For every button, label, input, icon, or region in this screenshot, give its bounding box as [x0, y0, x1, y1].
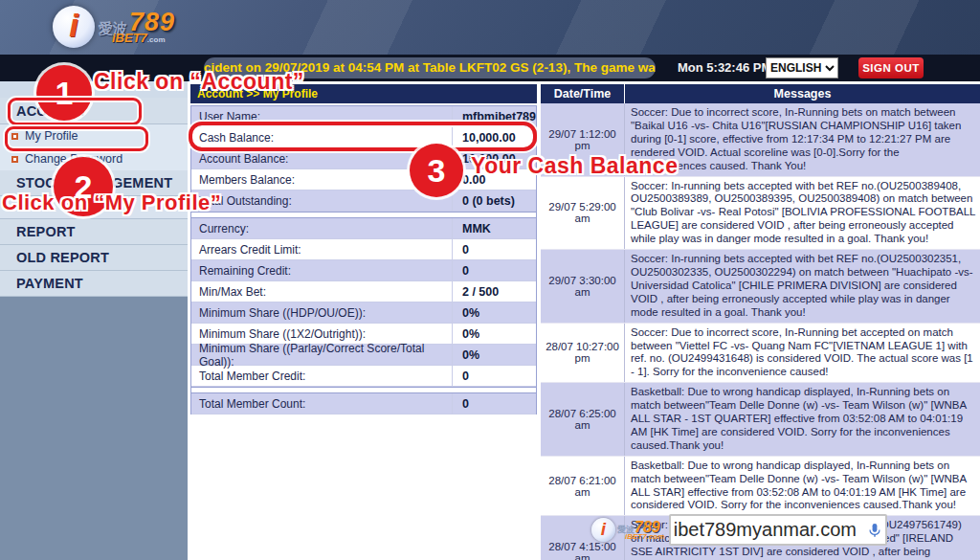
sign-out-button[interactable]: SIGN OUT — [858, 57, 924, 78]
message-datetime: 28/07 6:21:00 am — [541, 457, 625, 516]
step1-callout: Click on “Account” — [94, 69, 304, 95]
sidebar-item-label: REPORT — [16, 224, 76, 239]
account-highlight-box — [8, 98, 142, 125]
profile-row: Remaining Credit:0 — [191, 260, 536, 281]
profile-row-value: MMK — [452, 218, 536, 238]
sidebar-item-old-report[interactable]: OLD REPORT — [0, 245, 188, 271]
profile-group-gap — [191, 387, 536, 393]
profile-row-value: 0 — [452, 239, 536, 259]
profile-row-value: 0 (0 bets) — [452, 190, 536, 211]
message-datetime: 29/07 3:30:00 am — [541, 250, 625, 323]
profile-row: Arrears Credit Limit:0 — [191, 239, 536, 260]
message-row: 29/07 5:29:00 amSoccer: In-running bets … — [541, 177, 980, 251]
profile-row-label: Minimum Share ((Parlay/Correct Score/Tot… — [191, 342, 452, 369]
microphone-icon[interactable] — [866, 522, 883, 539]
profile-row-value: 0% — [452, 302, 536, 323]
page: i 愛波 789 iBET7.com cident on 29/07/2019 … — [0, 0, 980, 560]
profile-row-label: Currency: — [191, 222, 452, 235]
profile-row-label: Total Outstanding: — [191, 194, 452, 208]
watermark-search-box[interactable]: ibet789myanmar.com — [669, 514, 887, 546]
sidebar: ACCOUNTMy ProfileChange PasswordSTOCK MA… — [0, 81, 188, 560]
my-profile-highlight-box — [5, 126, 148, 151]
profile-row: Minimum Share ((Parlay/Correct Score/Tot… — [191, 345, 536, 366]
profile-row: Total Member Count:0 — [191, 393, 536, 414]
logo-ibet-text: iBET7 — [112, 31, 147, 45]
bullet-icon — [11, 156, 18, 163]
profile-row-value: 0 — [452, 260, 536, 280]
watermark-logo-i-icon: i — [591, 518, 615, 542]
message-text: Soccer: Due to incorrect score, In-Runni… — [625, 103, 980, 176]
clock: Mon 5:32:46 PM — [678, 60, 771, 75]
profile-table: User Name:mfbmibet789Cash Balance:10,000… — [190, 105, 537, 414]
profile-group-gap — [191, 212, 536, 218]
profile-row-label: Arrears Credit Limit: — [191, 243, 452, 257]
message-datetime: 29/07 5:29:00 am — [541, 177, 625, 250]
message-datetime: 28/07 10:27:00 pm — [541, 324, 625, 383]
language-select[interactable]: ENGLISH — [766, 57, 838, 78]
watermark-overlay: i 愛波789 iBET7.com ibet789myanmar.com — [591, 514, 887, 546]
message-text: Soccer: In-running bets accepted with be… — [625, 177, 980, 250]
message-row: 28/07 6:21:00 amBasketball: Due to wrong… — [541, 457, 980, 517]
message-text: Basketball: Due to wrong handicap displa… — [625, 383, 980, 456]
sidebar-item-label: PAYMENT — [16, 276, 83, 291]
profile-row-label: Total Member Count: — [191, 397, 452, 411]
profile-row-label: Minimum Share ((1X2/Outright)): — [191, 327, 452, 341]
step3-callout: Your Cash Balance — [471, 153, 678, 179]
profile-row: Total Member Credit:0 — [191, 366, 536, 387]
sidebar-item-payment[interactable]: PAYMENT — [0, 271, 188, 297]
profile-row: Total Outstanding:0 (0 bets) — [191, 190, 536, 212]
message-text: Soccer: Due to incorrect score, In-Runni… — [625, 324, 980, 383]
top-header: i 愛波 789 iBET7.com — [0, 0, 980, 55]
watermark-logo: i 愛波789 iBET7.com — [591, 518, 664, 542]
profile-row-value: 0% — [452, 324, 536, 344]
watermark-logo-ibet: iBET7.com — [617, 533, 664, 541]
step2-callout: Click on “My Profile” — [2, 190, 221, 215]
message-text: Soccer: In-running bets accepted with be… — [625, 250, 980, 323]
profile-row-label: Min/Max Bet: — [191, 285, 452, 299]
messages-column-header: Messages — [625, 84, 980, 103]
profile-row: Currency:MMK — [191, 218, 536, 239]
sidebar-item-label: OLD REPORT — [16, 250, 109, 265]
sidebar-item-report[interactable]: REPORT — [0, 219, 188, 245]
profile-row-value: 0 — [452, 366, 536, 386]
sidebar-filler — [0, 297, 188, 560]
messages-header: Date/Time Messages — [541, 84, 980, 103]
message-row: 29/07 3:30:00 amSoccer: In-running bets … — [541, 250, 980, 324]
profile-row-label: Remaining Credit: — [191, 264, 452, 278]
profile-row-label: Minimum Share ((HDP/OU/OE)): — [191, 306, 452, 320]
ibet789-logo: i 愛波 789 iBET7.com — [53, 6, 175, 48]
datetime-column-header: Date/Time — [541, 84, 625, 103]
logo-com-text: .com — [147, 35, 166, 44]
step3-circle: 3 — [410, 144, 463, 197]
profile-row-value: 0% — [452, 345, 536, 365]
message-row: 28/07 6:25:00 amBasketball: Due to wrong… — [541, 383, 980, 457]
watermark-search-text: ibet789myanmar.com — [674, 519, 857, 541]
profile-row: Min/Max Bet:2 / 500 — [191, 281, 536, 302]
profile-row-value: 0 — [452, 393, 536, 414]
message-datetime: 28/07 6:25:00 am — [541, 383, 625, 456]
profile-row: Minimum Share ((HDP/OU/OE)):0% — [191, 302, 536, 324]
message-row: 28/07 10:27:00 pmSoccer: Due to incorrec… — [541, 324, 980, 384]
cash-balance-highlight-box — [189, 122, 537, 151]
logo-i-icon: i — [53, 6, 95, 48]
profile-row-label: Total Member Credit: — [191, 370, 452, 383]
profile-row-value: 2 / 500 — [452, 281, 536, 302]
message-text: Basketball: Due to wrong handicap displa… — [625, 457, 980, 516]
